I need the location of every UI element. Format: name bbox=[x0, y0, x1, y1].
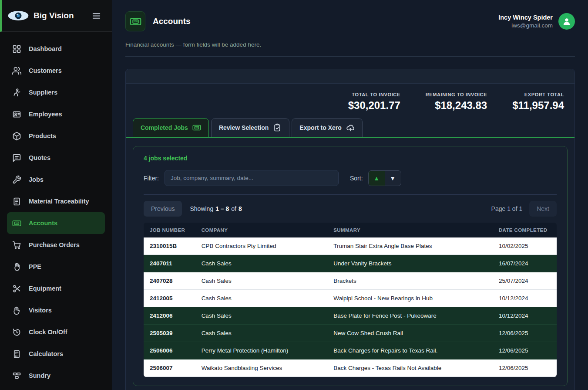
header-divider bbox=[125, 56, 575, 57]
triangle-up-icon: ▲ bbox=[373, 175, 380, 182]
tab-label: Export to Xero bbox=[299, 124, 341, 131]
sidebar-item-label: Visitors bbox=[29, 307, 52, 314]
cell-date-completed: 16/07/2024 bbox=[493, 255, 557, 272]
sidebar-item-label: PPE bbox=[29, 263, 41, 270]
sort-ascending-button[interactable]: ▲ bbox=[369, 171, 385, 186]
page-subtitle: Financial accounts — form fields will be… bbox=[125, 41, 575, 48]
cloud-upload-icon bbox=[346, 123, 355, 132]
page-title: Accounts bbox=[153, 17, 498, 26]
sidebar-item-customers[interactable]: Customers bbox=[7, 60, 105, 81]
banknote-icon: 100 bbox=[12, 219, 21, 228]
hand-icon bbox=[12, 306, 21, 315]
sidebar-item-calculators[interactable]: Calculators bbox=[7, 343, 105, 365]
user-email: iws@gmail.com bbox=[498, 22, 553, 29]
cell-summary: Back Charges for Repairs to Texas Rail. bbox=[327, 342, 493, 359]
hamburger-menu-icon[interactable] bbox=[90, 9, 103, 23]
header-summary[interactable]: SUMMARY bbox=[327, 223, 493, 237]
completed-jobs-panel: 4 jobs selected Filter: Sort: ▲ ▼ Previo… bbox=[133, 146, 568, 386]
sidebar-item-material-traceability[interactable]: Material Traceability bbox=[7, 190, 105, 212]
filter-label: Filter: bbox=[144, 175, 159, 182]
sidebar-item-equipment[interactable]: Equipment bbox=[7, 278, 105, 299]
cell-company: Cash Sales bbox=[195, 325, 328, 342]
cell-job-number: 2505039 bbox=[144, 325, 195, 342]
next-button[interactable]: Next bbox=[529, 201, 557, 217]
tab-review-selection[interactable]: Review Selection bbox=[211, 118, 289, 137]
cell-job-number: 2407028 bbox=[144, 272, 195, 290]
cell-date-completed: 10/12/2024 bbox=[493, 290, 557, 307]
sidebar-item-employees[interactable]: Employees bbox=[7, 103, 105, 125]
table-row[interactable]: 2506006 Perry Metal Protection (Hamilton… bbox=[144, 342, 557, 359]
panel-divider bbox=[144, 194, 557, 195]
sidebar-item-dashboard[interactable]: Dashboard bbox=[7, 38, 105, 60]
showing-text: Showing 1 – 8 of 8 bbox=[190, 205, 242, 212]
jobs-table: JOB NUMBER COMPANY SUMMARY DATE COMPLETE… bbox=[144, 223, 557, 377]
quotes-icon bbox=[12, 153, 21, 163]
cell-summary: Base Plate for Fence Post - Pukeoware bbox=[327, 307, 493, 325]
table-row[interactable]: 2407011 Cash Sales Under Vanity Brackets… bbox=[144, 255, 557, 272]
customers-icon bbox=[12, 66, 21, 75]
showing-range: 1 – 8 bbox=[215, 205, 229, 212]
previous-button[interactable]: Previous bbox=[144, 201, 182, 217]
app-name: Big Vision bbox=[34, 11, 90, 20]
table-row[interactable]: 2310015B CPB Contractors Pty Limited Tru… bbox=[144, 237, 557, 255]
cell-summary: New Cow Shed Crush Rail bbox=[327, 325, 493, 342]
sidebar-item-label: Accounts bbox=[29, 220, 57, 227]
sidebar-item-quotes[interactable]: Quotes bbox=[7, 147, 105, 169]
accounts-page-icon: 100 bbox=[125, 11, 145, 31]
svg-text:100: 100 bbox=[195, 127, 198, 129]
cell-job-number: 2407011 bbox=[144, 255, 195, 272]
stat-remaining-to-invoice: REMAINING TO INVOICE $18,243.83 bbox=[426, 92, 487, 112]
sidebar-item-label: Sundry bbox=[29, 372, 50, 379]
tab-completed-jobs[interactable]: Completed Jobs 100 bbox=[133, 118, 209, 137]
sidebar-item-products[interactable]: Products bbox=[7, 125, 105, 147]
header-date-completed[interactable]: DATE COMPLETED bbox=[493, 223, 557, 237]
cell-job-number: 2506006 bbox=[144, 342, 195, 359]
sidebar-item-purchase-orders[interactable]: Purchase Orders bbox=[7, 234, 105, 256]
sidebar-item-clock-on-off[interactable]: Clock On/Off bbox=[7, 321, 105, 343]
sidebar-item-sundry[interactable]: Sundry bbox=[7, 365, 105, 387]
avatar[interactable] bbox=[558, 13, 575, 30]
showing-prefix: Showing bbox=[190, 205, 213, 212]
sidebar-item-visitors[interactable]: Visitors bbox=[7, 299, 105, 321]
tab-export-to-xero[interactable]: Export to Xero bbox=[292, 118, 362, 137]
header-company[interactable]: COMPANY bbox=[195, 223, 328, 237]
sidebar-item-ppe[interactable]: PPE bbox=[7, 256, 105, 278]
cell-summary: Truman Stair Extra Angle Base Plates bbox=[327, 237, 493, 255]
stat-label: TOTAL TO INVOICE bbox=[348, 92, 400, 97]
table-row[interactable]: 2412005 Cash Sales Waipipi School - New … bbox=[144, 290, 557, 307]
table-row[interactable]: 2412006 Cash Sales Base Plate for Fence … bbox=[144, 307, 557, 325]
employees-icon bbox=[12, 110, 21, 119]
sort-label: Sort: bbox=[350, 175, 363, 182]
table-header-row: JOB NUMBER COMPANY SUMMARY DATE COMPLETE… bbox=[144, 223, 557, 237]
table-row[interactable]: 2506007 Waikato Sandblasting Services Ba… bbox=[144, 359, 557, 377]
pagination-row: Previous Showing 1 – 8 of 8 Page 1 of 1 … bbox=[144, 201, 557, 217]
cell-company: Cash Sales bbox=[195, 307, 328, 325]
cell-company: Cash Sales bbox=[195, 272, 328, 290]
cell-date-completed: 10/02/2025 bbox=[493, 237, 557, 255]
logo-row: Big Vision bbox=[0, 0, 112, 32]
cell-summary: Under Vanity Brackets bbox=[327, 255, 493, 272]
stat-value: $30,201.77 bbox=[348, 99, 400, 112]
stats-row: TOTAL TO INVOICE $30,201.77 REMAINING TO… bbox=[126, 84, 575, 112]
sidebar-item-suppliers[interactable]: Suppliers bbox=[7, 81, 105, 103]
filter-input[interactable] bbox=[165, 170, 339, 186]
jobs-selected-count: 4 jobs selected bbox=[144, 155, 557, 162]
sidebar-item-jobs[interactable]: Jobs bbox=[7, 169, 105, 190]
triangle-down-icon: ▼ bbox=[390, 175, 396, 182]
sidebar-item-label: Clock On/Off bbox=[29, 329, 67, 336]
cell-company: CPB Contractors Pty Limited bbox=[195, 237, 328, 255]
header-job-number[interactable]: JOB NUMBER bbox=[144, 223, 195, 237]
cell-company: Cash Sales bbox=[195, 290, 328, 307]
table-row[interactable]: 2407028 Cash Sales Brackets 25/07/2024 bbox=[144, 272, 557, 290]
clock-icon bbox=[12, 328, 21, 337]
sidebar-item-accounts[interactable]: 100 Accounts bbox=[7, 212, 105, 234]
stat-value: $18,243.83 bbox=[426, 99, 487, 112]
cell-summary: Waipipi School - New Bearings in Hub bbox=[327, 290, 493, 307]
svg-text:100: 100 bbox=[15, 222, 18, 224]
stat-label: EXPORT TOTAL bbox=[512, 92, 564, 97]
sort-descending-button[interactable]: ▼ bbox=[385, 171, 401, 186]
table-row[interactable]: 2505039 Cash Sales New Cow Shed Crush Ra… bbox=[144, 325, 557, 342]
accounts-card: TOTAL TO INVOICE $30,201.77 REMAINING TO… bbox=[125, 69, 575, 390]
eye-logo-icon bbox=[7, 10, 29, 21]
stat-total-to-invoice: TOTAL TO INVOICE $30,201.77 bbox=[348, 92, 400, 112]
